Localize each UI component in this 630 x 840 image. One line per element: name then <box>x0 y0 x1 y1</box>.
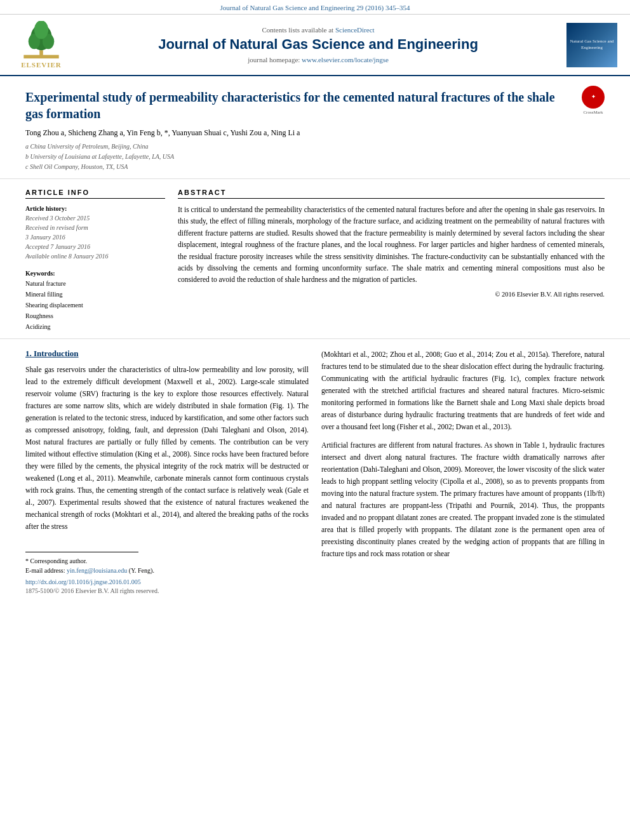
elsevier-brand-text: ELSEVIER <box>21 61 62 69</box>
keyword-5: Acidizing <box>25 321 165 332</box>
body-right-paragraph-1: (Mokhtari et al., 2002; Zhou et al., 200… <box>321 349 605 433</box>
abstract-col: ABSTRACT It is critical to understand th… <box>178 189 605 332</box>
doi-line: http://dx.doi.org/10.1016/j.jngse.2016.0… <box>25 578 309 585</box>
footnote-divider <box>25 552 138 552</box>
crossmark-label: CrossMark <box>582 110 605 115</box>
issn-line: 1875-5100/© 2016 Elsevier B.V. All right… <box>25 587 309 594</box>
keywords-list: Natural fracture Mineral filling Shearin… <box>25 278 165 332</box>
body-right-paragraph-2: Artificial fractures are different from … <box>321 439 605 560</box>
science-direct-link[interactable]: ScienceDirect <box>335 26 375 34</box>
abstract-label: ABSTRACT <box>178 189 605 199</box>
email-link[interactable]: yin.feng@louisiana.edu <box>67 567 127 574</box>
keyword-2: Mineral filling <box>25 289 165 300</box>
contents-line: Contents lists available at ScienceDirec… <box>76 26 560 34</box>
abstract-text: It is critical to understand the permeab… <box>178 204 605 286</box>
article-info-label: ARTICLE INFO <box>25 189 165 199</box>
body-left-paragraph-1: Shale gas reservoirs under the character… <box>25 364 309 533</box>
svg-point-4 <box>34 21 48 39</box>
journal-title: Journal of Natural Gas Science and Engin… <box>76 36 560 53</box>
keyword-1: Natural fracture <box>25 278 165 289</box>
journal-homepage-line: journal homepage: www.elsevier.com/locat… <box>76 56 560 63</box>
authors-line: Tong Zhou a, Shicheng Zhang a, Yin Feng … <box>25 128 575 138</box>
keyword-4: Roughness <box>25 310 165 321</box>
info-abstract-section: ARTICLE INFO Article history: Received 3… <box>0 179 630 339</box>
affiliation-a: a China University of Petroleum, Beijing… <box>25 142 575 152</box>
body-section: 1. Introduction Shale gas reservoirs und… <box>0 339 630 601</box>
copyright-line: © 2016 Elsevier B.V. All rights reserved… <box>178 291 605 298</box>
body-left-col: 1. Introduction Shale gas reservoirs und… <box>25 349 309 594</box>
footnote-email: E-mail address: yin.feng@louisiana.edu (… <box>25 566 309 575</box>
journal-header: ELSEVIER Contents lists available at Sci… <box>0 15 630 76</box>
journal-reference: Journal of Natural Gas Science and Engin… <box>220 4 410 11</box>
footnote-corresponding: * Corresponding author. <box>25 556 309 566</box>
journal-logo-image: Natural Gas Science and Engineering <box>566 23 617 67</box>
keywords-section: Keywords: Natural fracture Mineral filli… <box>25 269 165 332</box>
elsevier-tree-icon <box>22 21 60 59</box>
crossmark-icon: ✦ <box>582 86 605 109</box>
article-title-section: Experimental study of permeability chara… <box>0 76 630 179</box>
introduction-heading: 1. Introduction <box>25 349 309 359</box>
elsevier-logo-block: ELSEVIER <box>13 21 70 69</box>
keywords-label: Keywords: <box>25 269 165 278</box>
crossmark-block: ✦ CrossMark <box>582 86 605 115</box>
journal-homepage-link[interactable]: www.elsevier.com/locate/jngse <box>302 56 389 63</box>
header-center-block: Contents lists available at ScienceDirec… <box>70 26 566 63</box>
body-right-col: (Mokhtari et al., 2002; Zhou et al., 200… <box>321 349 605 594</box>
keyword-3: Shearing displacement <box>25 300 165 310</box>
affiliations-block: a China University of Petroleum, Beijing… <box>25 142 575 172</box>
top-bar: Journal of Natural Gas Science and Engin… <box>0 0 630 15</box>
article-info-col: ARTICLE INFO Article history: Received 3… <box>25 189 165 332</box>
article-history: Article history: Received 3 October 2015… <box>25 204 165 261</box>
doi-link[interactable]: http://dx.doi.org/10.1016/j.jngse.2016.0… <box>25 578 141 585</box>
article-main-title: Experimental study of permeability chara… <box>25 89 575 122</box>
affiliation-c: c Shell Oil Company, Houston, TX, USA <box>25 162 575 172</box>
svg-rect-5 <box>23 55 58 59</box>
affiliation-b: b University of Louisiana at Lafayette, … <box>25 152 575 162</box>
